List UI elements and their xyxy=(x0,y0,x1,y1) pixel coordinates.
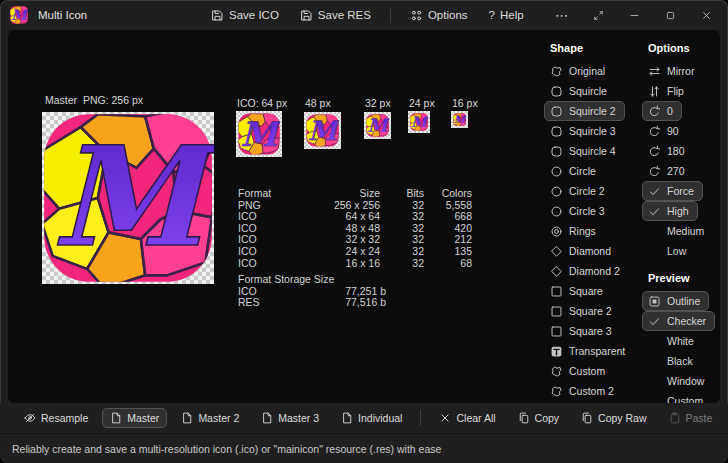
shape-item-circle-2[interactable]: Circle 2 xyxy=(544,181,614,201)
preview-black[interactable]: Black xyxy=(642,351,702,371)
option-rotate-270[interactable]: 270 xyxy=(642,161,694,181)
option-rotate-90[interactable]: 90 xyxy=(642,121,688,141)
shape-item-transparent[interactable]: Transparent xyxy=(544,341,634,361)
more-button[interactable]: ⋯ xyxy=(548,3,576,27)
option-mirror[interactable]: Mirror xyxy=(642,61,703,81)
diamond-icon xyxy=(550,245,563,258)
help-button[interactable]: ? Help xyxy=(482,6,531,24)
file-icon xyxy=(341,412,353,424)
shape-item-custom-2[interactable]: Custom 2 xyxy=(544,381,623,401)
shape-item-circle-3[interactable]: Circle 3 xyxy=(544,201,614,221)
squircle-icon xyxy=(550,105,563,118)
transparent-t-icon xyxy=(550,345,563,358)
shape-item-original[interactable]: Original xyxy=(544,61,614,81)
app-icon xyxy=(10,6,28,24)
fullscreen-button[interactable] xyxy=(584,3,612,27)
help-icon: ? xyxy=(489,9,495,21)
option-force[interactable]: Force xyxy=(642,181,703,201)
option-high[interactable]: High xyxy=(642,201,698,221)
shape-item-square-2[interactable]: Square 2 xyxy=(544,301,621,321)
shape-item-square-3[interactable]: Square 3 xyxy=(544,321,621,341)
preview-64 xyxy=(236,111,282,157)
option-medium[interactable]: Medium xyxy=(642,221,713,241)
file-icon xyxy=(181,412,193,424)
copy-raw-button[interactable]: Copy Raw xyxy=(573,408,654,428)
shape-item-squircle[interactable]: Squircle xyxy=(544,81,616,101)
shape-item-diamond[interactable]: Diamond xyxy=(544,241,620,261)
minimize-icon xyxy=(629,10,640,21)
file-icon xyxy=(261,412,273,424)
tab-master[interactable]: Master xyxy=(102,408,167,428)
file-icon xyxy=(110,412,122,424)
shape-item-circle[interactable]: Circle xyxy=(544,161,605,181)
status-text: Reliably create and save a multi-resolut… xyxy=(12,443,441,455)
preview-32 xyxy=(364,112,391,139)
rotate-icon xyxy=(648,105,661,118)
tab-master-3[interactable]: Master 3 xyxy=(253,408,327,428)
table-row: ICO xyxy=(238,246,296,258)
option-rotate-180[interactable]: 180 xyxy=(642,141,694,161)
squircle-icon xyxy=(550,85,563,98)
shape-item-square[interactable]: Square xyxy=(544,281,612,301)
app-window: Multi Icon Save ICO Save RES Options ? H… xyxy=(0,0,728,463)
shape-panel-title: Shape xyxy=(550,41,634,55)
option-flip[interactable]: Flip xyxy=(642,81,693,101)
maximize-icon xyxy=(665,10,676,21)
circle-icon xyxy=(550,185,563,198)
shape-item-diamond-2[interactable]: Diamond 2 xyxy=(544,261,629,281)
clear-x-icon xyxy=(439,412,451,424)
shape-item-custom[interactable]: Custom xyxy=(544,361,614,381)
titlebar-save-ico-button[interactable]: Save ICO xyxy=(204,6,286,25)
resample-button[interactable]: Resample xyxy=(16,408,96,428)
preview-label-16: 16 px xyxy=(452,97,478,109)
clear-all-button[interactable]: Clear All xyxy=(431,408,503,428)
square-icon xyxy=(550,305,563,318)
window-title: Multi Icon xyxy=(38,9,87,21)
option-low[interactable]: Low xyxy=(642,241,695,261)
diamond-icon xyxy=(550,265,563,278)
rotate-icon xyxy=(648,145,661,158)
tab-master-2[interactable]: Master 2 xyxy=(173,408,247,428)
save-ico-label: Save ICO xyxy=(229,9,279,21)
preview-outline[interactable]: Outline xyxy=(642,291,709,311)
outline-icon xyxy=(648,295,661,308)
maximize-button[interactable] xyxy=(656,3,684,27)
shape-item-squircle-2[interactable]: Squircle 2 xyxy=(544,101,625,121)
help-label: Help xyxy=(500,9,524,21)
shape-item-squircle-4[interactable]: Squircle 4 xyxy=(544,141,625,161)
preview-checker[interactable]: Checker xyxy=(642,311,715,331)
options-button[interactable]: Options xyxy=(403,6,475,25)
check-icon xyxy=(648,185,661,198)
preview-window[interactable]: Window xyxy=(642,371,713,391)
save-icon xyxy=(211,9,224,22)
square-icon xyxy=(550,325,563,338)
rotate-icon xyxy=(648,125,661,138)
option-rotate-0[interactable]: 0 xyxy=(642,101,682,121)
preview-label-24: 24 px xyxy=(409,97,435,109)
check-icon xyxy=(648,205,661,218)
preview-label-48: 48 px xyxy=(305,97,331,109)
copy-button[interactable]: Copy xyxy=(510,408,568,428)
shape-item-rings[interactable]: Rings xyxy=(544,221,605,241)
close-button[interactable] xyxy=(692,3,720,27)
table-row: ICO xyxy=(238,258,296,270)
shape-item-squircle-3[interactable]: Squircle 3 xyxy=(544,121,625,141)
storage-size-table: Format Storage Size ICO77,251 b RES77,51… xyxy=(238,274,386,309)
preview-white[interactable]: White xyxy=(642,331,703,351)
preview-label-32: 32 px xyxy=(365,97,391,109)
paste-button[interactable]: Paste xyxy=(661,408,721,428)
shape-panel: Shape Original Squircle Squircle 2 Squir… xyxy=(550,41,634,401)
tab-individual[interactable]: Individual xyxy=(333,408,410,428)
squircle-icon xyxy=(550,145,563,158)
rotate-icon xyxy=(648,165,661,178)
copy-icon xyxy=(581,412,593,424)
paste-icon xyxy=(669,412,681,424)
squircle-icon xyxy=(550,125,563,138)
blob-icon xyxy=(550,385,563,398)
preview-label-64: ICO: 64 px xyxy=(237,97,287,109)
toolbar-separator xyxy=(420,410,421,426)
titlebar-save-res-button[interactable]: Save RES xyxy=(293,6,378,25)
preview-panel-title: Preview xyxy=(648,271,715,285)
minimize-button[interactable] xyxy=(620,3,648,27)
circle-icon xyxy=(550,205,563,218)
